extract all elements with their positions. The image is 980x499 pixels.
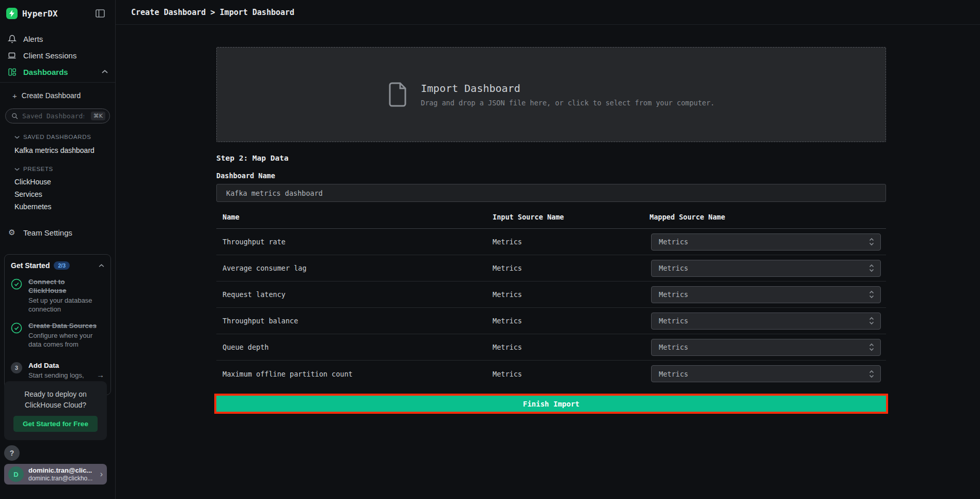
step-title: Connect to ClickHouse [28,277,104,295]
row-name: Request latency [216,290,493,299]
user-menu[interactable]: D dominic.tran@clic... dominic.tran@clic… [4,464,107,485]
sidebar-item-team-settings[interactable]: ⚙ Team Settings [0,224,115,241]
row-input-source: Metrics [493,264,650,272]
dashboard-name-label: Dashboard Name [216,171,886,180]
presets-section-header[interactable]: PRESETS [14,166,115,172]
preset-item-services[interactable]: Services [14,188,115,200]
import-dropzone[interactable]: Import Dashboard Drag and drop a JSON fi… [216,47,886,142]
sidebar-collapse-icon[interactable] [96,9,105,18]
step-description: Configure where your data comes from [28,331,104,349]
chevron-updown-icon [869,290,874,299]
step-description: Set up your database connection [28,296,104,314]
cloud-card-line2: ClickHouse Cloud? [13,400,98,411]
mapped-source-select[interactable]: Metrics [651,365,881,382]
annotation-highlight-box: Finish Import [214,394,888,414]
section-title: SAVED DASHBOARDS [23,134,91,140]
file-icon [388,82,407,107]
get-started-free-button[interactable]: Get Started for Free [13,416,98,432]
row-input-source: Metrics [493,370,650,378]
saved-dashboards-search[interactable]: ⌘K [5,108,110,123]
mapped-source-select[interactable]: Metrics [651,233,881,251]
section-title: PRESETS [23,166,53,172]
chevron-down-icon [14,167,20,171]
mapped-source-select[interactable]: Metrics [651,313,881,330]
column-header-name: Name [216,213,493,221]
chevron-right-icon: › [100,470,103,479]
breadcrumb: Create Dashboard > Import Dashboard [131,8,294,17]
app-root: HyperDX Alerts Client Sessions [0,0,980,499]
dashboard-name-input[interactable] [216,184,886,202]
gear-icon: ⚙ [7,228,17,237]
nav-divider [0,82,115,83]
preset-item-clickhouse[interactable]: ClickHouse [14,176,115,188]
team-settings-label: Team Settings [23,228,72,237]
chevron-down-icon [14,135,20,139]
finish-import-button[interactable]: Finish Import [216,396,886,412]
row-input-source: Metrics [493,238,650,246]
row-name: Queue depth [216,343,493,351]
sidebar-nav: Alerts Client Sessions Dashboards [0,30,115,83]
saved-dashboards-section-header[interactable]: SAVED DASHBOARDS [14,134,115,140]
create-dashboard-button[interactable]: + Create Dashboard [0,88,115,103]
sidebar-item-client-sessions[interactable]: Client Sessions [0,47,115,64]
chevron-up-icon [102,70,108,74]
chevron-up-icon [99,264,104,268]
select-value: Metrics [659,370,688,378]
select-value: Metrics [659,264,688,272]
dropzone-title: Import Dashboard [421,82,715,95]
user-email: dominic.tran@clickho... [28,475,92,482]
search-input[interactable] [22,112,84,120]
user-name: dominic.tran@clic... [28,466,92,475]
arrow-right-icon: → [97,370,104,379]
mapping-table: Name Input Source Name Mapped Source Nam… [216,213,886,387]
column-header-input-source: Input Source Name [493,213,650,221]
help-button[interactable]: ? [4,445,20,461]
row-input-source: Metrics [493,290,650,299]
get-started-header[interactable]: Get Started 2/3 [11,261,104,270]
step-number-badge: 3 [11,362,22,373]
sidebar-item-alerts[interactable]: Alerts [0,30,115,47]
hyperdx-logo-icon[interactable] [6,8,18,19]
preset-item-kubernetes[interactable]: Kubernetes [14,200,115,213]
presets-list: ClickHouse Services Kubernetes [0,176,115,213]
step-title: Create Data Sources [28,321,104,330]
chevron-updown-icon [869,343,874,351]
clickhouse-cloud-card: Ready to deploy on ClickHouse Cloud? Get… [4,381,107,440]
mapped-source-select[interactable]: Metrics [651,260,881,277]
step-create-data-sources[interactable]: Create Data Sources Configure where your… [11,321,104,349]
row-name: Throughput rate [216,238,493,246]
chevron-updown-icon [869,238,874,246]
row-name: Average consumer lag [216,264,493,272]
column-header-mapped-source: Mapped Source Name [650,213,886,221]
select-value: Metrics [659,238,688,246]
mapped-source-select[interactable]: Metrics [651,339,881,356]
table-row: Queue depth Metrics Metrics [216,334,886,361]
create-dashboard-label: Create Dashboard [22,91,81,100]
step-title: Add Data [28,361,94,370]
table-row: Throughput rate Metrics Metrics [216,229,886,255]
search-icon [11,113,18,119]
sidebar-item-dashboards[interactable]: Dashboards [0,64,115,80]
progress-badge: 2/3 [54,261,70,270]
table-row: Average consumer lag Metrics Metrics [216,255,886,282]
sidebar-item-label: Dashboards [23,68,68,76]
check-circle-icon [11,277,28,314]
sidebar-item-label: Alerts [23,35,43,43]
step-connect-clickhouse[interactable]: Connect to ClickHouse Set up your databa… [11,277,104,314]
topbar: Create Dashboard > Import Dashboard [116,0,980,25]
shortcut-badge: ⌘K [91,112,105,120]
select-value: Metrics [659,343,688,351]
select-value: Metrics [659,290,688,299]
avatar: D [8,466,24,482]
table-row: Throughput balance Metrics Metrics [216,308,886,334]
import-content: Import Dashboard Drag and drop a JSON fi… [216,47,886,414]
row-name: Maximum offline partition count [216,370,493,378]
row-input-source: Metrics [493,317,650,325]
sidebar-item-label: Client Sessions [23,51,76,60]
table-row: Request latency Metrics Metrics [216,282,886,308]
saved-dashboard-item[interactable]: Kafka metrics dashboard [14,146,115,155]
mapped-source-select[interactable]: Metrics [651,286,881,303]
brand-name: HyperDX [22,9,58,19]
dropzone-subtitle: Drag and drop a JSON file here, or click… [421,99,715,107]
cloud-card-line1: Ready to deploy on [13,389,98,400]
